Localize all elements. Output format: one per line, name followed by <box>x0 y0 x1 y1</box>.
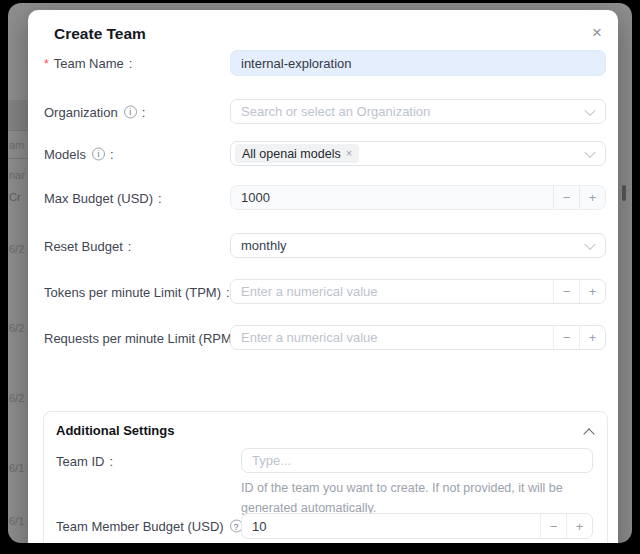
info-icon: i <box>124 105 137 118</box>
minus-button[interactable]: − <box>553 326 579 349</box>
create-team-modal: Create Team × * Team Name : Organization… <box>28 10 618 543</box>
team-member-budget-input[interactable] <box>252 519 530 534</box>
additional-settings-title: Additional Settings <box>56 423 174 438</box>
max-budget-row: Max Budget (USD) : − + <box>44 185 606 210</box>
team-id-input-wrap <box>241 448 593 473</box>
tpm-row: Tokens per minute Limit (TPM) : − + <box>44 279 606 304</box>
tag-remove-icon[interactable]: × <box>346 148 352 159</box>
team-name-input[interactable] <box>241 56 595 71</box>
team-id-input[interactable] <box>252 453 582 468</box>
modal-title: Create Team <box>54 25 146 43</box>
reset-budget-value: monthly <box>241 238 287 253</box>
team-name-input-wrap <box>230 50 606 76</box>
models-label: Models i : <box>44 146 114 161</box>
reset-budget-label: Reset Budget : <box>44 238 131 253</box>
rpm-input[interactable] <box>241 330 543 345</box>
backdrop-date-fragment: 6/2 <box>9 243 24 255</box>
organization-row: Organization i : Search or select an Org… <box>44 99 606 124</box>
chevron-down-icon <box>584 146 595 157</box>
additional-settings-card: Additional Settings Team ID : ID of the … <box>43 411 608 543</box>
rpm-label: Requests per minute Limit (RPM) : <box>44 330 245 345</box>
backdrop-date-fragment: 6/1 <box>9 462 24 474</box>
rpm-stepper: − + <box>230 325 606 350</box>
backdrop-date-fragment: 6/2 <box>9 392 24 404</box>
plus-button[interactable]: + <box>579 326 605 349</box>
chevron-down-icon <box>584 104 595 115</box>
backdrop-date-fragment: 6/1 <box>9 515 24 527</box>
models-select[interactable]: All openai models × <box>230 141 606 166</box>
backdrop-scrollbar-thumb <box>622 185 626 201</box>
team-name-row: * Team Name : <box>44 50 606 76</box>
team-id-help-text: ID of the team you want to create. If no… <box>241 478 597 518</box>
reset-budget-row: Reset Budget : monthly <box>44 233 606 258</box>
backdrop-row-divider <box>8 130 30 131</box>
team-id-label: Team ID : <box>56 453 113 468</box>
organization-label: Organization i : <box>44 104 145 119</box>
dimmed-page-backdrop: am nar Cr 6/2 6/2 6/2 6/1 6/1 Create Tea… <box>8 3 632 543</box>
plus-button[interactable]: + <box>579 280 605 303</box>
max-budget-label: Max Budget (USD) : <box>44 190 162 205</box>
team-member-budget-row: Team Member Budget (USD) ? : − + <box>56 513 597 539</box>
plus-button[interactable]: + <box>579 186 605 209</box>
tpm-input[interactable] <box>241 284 543 299</box>
team-member-budget-label: Team Member Budget (USD) ? : <box>56 519 251 534</box>
team-id-row: Team ID : <box>56 448 597 473</box>
model-tag-label: All openai models <box>242 147 341 161</box>
chevron-down-icon <box>584 238 595 249</box>
team-name-label: * Team Name : <box>44 56 132 71</box>
backdrop-text-fragment: Cr <box>9 191 21 203</box>
max-budget-stepper: − + <box>230 185 606 210</box>
plus-button[interactable]: + <box>566 514 592 538</box>
backdrop-table-band <box>8 100 30 131</box>
backdrop-text-fragment: nar <box>9 169 25 181</box>
rpm-row: Requests per minute Limit (RPM) : − + <box>44 325 606 350</box>
info-icon: i <box>92 147 105 160</box>
backdrop-text-fragment: am <box>9 139 24 151</box>
reset-budget-select[interactable]: monthly <box>230 233 606 258</box>
minus-button[interactable]: − <box>553 186 579 209</box>
tpm-label: Tokens per minute Limit (TPM) : <box>44 284 230 299</box>
organization-select[interactable]: Search or select an Organization <box>230 99 606 124</box>
tpm-stepper: − + <box>230 279 606 304</box>
minus-button[interactable]: − <box>540 514 566 538</box>
organization-placeholder: Search or select an Organization <box>241 104 430 119</box>
minus-button[interactable]: − <box>553 280 579 303</box>
team-member-budget-stepper: − + <box>241 513 593 539</box>
max-budget-input[interactable] <box>241 190 543 205</box>
close-icon[interactable]: × <box>592 24 602 41</box>
backdrop-date-fragment: 6/2 <box>9 322 24 334</box>
required-mark: * <box>44 56 49 70</box>
backdrop-row-divider <box>8 158 30 159</box>
chevron-up-icon[interactable] <box>583 428 594 439</box>
models-row: Models i : All openai models × <box>44 141 606 166</box>
model-tag: All openai models × <box>235 144 359 163</box>
